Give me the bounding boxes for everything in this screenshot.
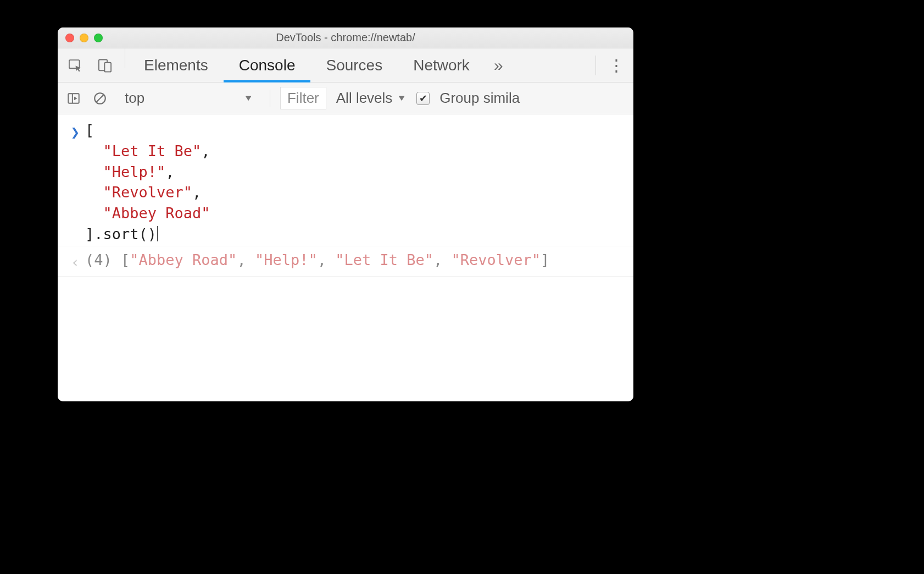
svg-rect-2 xyxy=(104,62,111,71)
zoom-window-button[interactable] xyxy=(94,34,103,42)
console-output-row: ‹ (4) ["Abbey Road", "Help!", "Let It Be… xyxy=(58,246,633,277)
prompt-icon: ❯ xyxy=(65,120,85,245)
tabs-overflow-button[interactable]: » xyxy=(485,48,512,82)
svg-rect-3 xyxy=(68,93,79,103)
context-label: top xyxy=(125,90,144,107)
console-panel: ❯ [ "Let It Be", "Help!", "Revolver", "A… xyxy=(58,114,633,401)
panel-tabs: Elements Console Sources Network xyxy=(129,48,485,82)
kebab-menu-button[interactable]: ⋮ xyxy=(598,48,633,82)
tab-strip: Elements Console Sources Network » ⋮ xyxy=(58,48,633,82)
separator xyxy=(270,90,270,107)
toggle-console-sidebar-icon[interactable] xyxy=(65,90,82,107)
context-selector[interactable]: top ▼ xyxy=(118,87,260,109)
titlebar: DevTools - chrome://newtab/ xyxy=(58,27,633,48)
svg-line-7 xyxy=(97,95,104,102)
tab-label: Network xyxy=(413,57,470,74)
tab-sources[interactable]: Sources xyxy=(310,48,398,82)
tab-console[interactable]: Console xyxy=(224,48,311,82)
devtools-window: DevTools - chrome://newtab/ Elements Con… xyxy=(58,27,633,401)
tab-network[interactable]: Network xyxy=(398,48,485,82)
console-input-row[interactable]: ❯ [ "Let It Be", "Help!", "Revolver", "A… xyxy=(58,119,633,246)
separator xyxy=(125,48,125,68)
console-toolbar: top ▼ Filter All levels ▼ ✔ Group simila xyxy=(58,82,633,114)
filter-placeholder: Filter xyxy=(287,90,319,106)
tab-label: Elements xyxy=(144,57,208,74)
output-icon: ‹ xyxy=(65,250,85,273)
clear-console-icon[interactable] xyxy=(92,90,108,107)
window-title: DevTools - chrome://newtab/ xyxy=(58,31,633,44)
chevron-down-icon: ▼ xyxy=(397,93,407,103)
separator xyxy=(595,56,596,75)
console-input-code[interactable]: [ "Let It Be", "Help!", "Revolver", "Abb… xyxy=(85,120,626,245)
minimize-window-button[interactable] xyxy=(80,34,88,42)
tab-elements[interactable]: Elements xyxy=(129,48,224,82)
tab-label: Sources xyxy=(326,57,382,74)
close-window-button[interactable] xyxy=(65,34,74,42)
more-vert-icon: ⋮ xyxy=(608,57,624,74)
chevron-down-icon: ▼ xyxy=(243,93,253,103)
toggle-device-toolbar-icon[interactable] xyxy=(96,57,114,74)
group-similar-checkbox[interactable]: ✔ xyxy=(416,92,430,105)
filter-input[interactable]: Filter xyxy=(280,87,326,109)
tab-label: Console xyxy=(239,57,296,74)
chevron-right-double-icon: » xyxy=(494,56,503,75)
window-controls xyxy=(65,34,103,42)
inspect-element-icon[interactable] xyxy=(66,57,84,74)
console-output-code: (4) ["Abbey Road", "Help!", "Let It Be",… xyxy=(85,250,626,273)
log-levels-selector[interactable]: All levels ▼ xyxy=(336,90,407,107)
svg-marker-5 xyxy=(74,96,77,100)
log-levels-label: All levels xyxy=(336,90,393,107)
group-similar-label: Group simila xyxy=(439,90,520,107)
